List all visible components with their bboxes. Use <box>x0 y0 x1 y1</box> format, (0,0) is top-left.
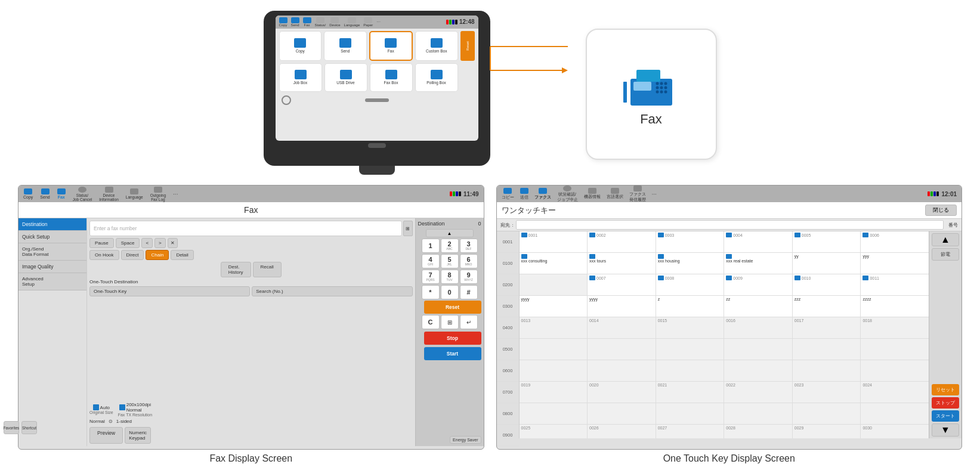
otk-cell-0100[interactable]: xxx consulting <box>520 253 588 274</box>
otk-cell-0002[interactable]: 0002 <box>588 231 656 252</box>
otk-cell-0104[interactable]: yy <box>793 253 861 274</box>
on-hook-btn[interactable]: On Hook <box>89 250 119 260</box>
otk-scroll-up-btn[interactable]: ▲ <box>932 233 959 246</box>
direct-btn[interactable]: Direct <box>121 250 144 260</box>
shortcut-btn[interactable]: Shortcut <box>21 421 37 434</box>
otk-cell-0504[interactable] <box>793 339 861 360</box>
key-8[interactable]: 8 TUV <box>441 270 459 284</box>
otk-cell-0011[interactable]: 0011 <box>861 274 929 295</box>
otk-cell-0401[interactable]: 0014 <box>588 317 656 338</box>
otk-cell-0003[interactable]: 0003 <box>656 231 725 252</box>
otk-stop-btn[interactable]: ストップ <box>932 397 959 409</box>
otk-cell-0405[interactable]: 0018 <box>861 317 929 338</box>
otk-cell-0700[interactable]: 0019 <box>520 382 588 403</box>
fax-reset-btn[interactable]: Reset <box>424 301 481 314</box>
otk-cell-0601[interactable] <box>588 360 656 381</box>
otk-cell-0006[interactable]: 0006 <box>861 231 929 252</box>
otk-cell-0600[interactable] <box>520 360 588 381</box>
otk-cell-0303[interactable]: zz <box>724 296 793 317</box>
key-3[interactable]: 3 DEF <box>460 239 478 253</box>
otk-cell-0005[interactable]: 0005 <box>793 231 861 252</box>
key-4[interactable]: 4 GHI <box>422 254 440 268</box>
otk-cell-0803[interactable] <box>724 403 793 424</box>
fax-input-scroll[interactable]: ⊞ <box>403 221 413 236</box>
otk-cell-0300[interactable]: yyyy <box>520 296 588 317</box>
key-9[interactable]: 9 WXYZ <box>460 270 478 284</box>
key-enter[interactable]: ↵ <box>460 315 478 329</box>
otk-scroll-down-btn[interactable]: ▼ <box>932 423 959 437</box>
otk-cell-0804[interactable] <box>793 403 861 424</box>
otk-nav-copy[interactable]: コピー <box>502 188 514 200</box>
key-star[interactable]: * <box>422 285 440 299</box>
otk-cell-0605[interactable] <box>861 360 929 381</box>
otk-cell-0602[interactable] <box>656 360 725 381</box>
otk-cell-0008[interactable]: 0008 <box>656 274 725 295</box>
otk-cell-0102[interactable]: xxx housing <box>656 253 725 274</box>
fax-stop-btn[interactable]: Stop <box>424 332 481 345</box>
fax-nav-outgoing[interactable]: Outgoing Fax Log <box>150 187 166 202</box>
otk-cell-0101[interactable]: xxx tours <box>588 253 656 274</box>
favorites-btn[interactable]: Favorites <box>18 421 19 434</box>
otk-cell-0905[interactable]: 0030 <box>861 425 929 438</box>
sidebar-destination[interactable]: Destination <box>18 218 86 231</box>
space-btn[interactable]: Space <box>116 238 140 248</box>
otk-cell-0009[interactable]: 0009 <box>724 274 793 295</box>
otk-cell-0302[interactable]: z <box>656 296 725 317</box>
sidebar-org-send[interactable]: Org./SendData Format <box>18 243 86 261</box>
otk-power-btn[interactable]: 節電 <box>932 248 959 261</box>
otk-reset-btn[interactable]: リセット <box>932 384 959 395</box>
otk-nav-send[interactable]: 送信 <box>520 188 528 200</box>
fax-nav-fax[interactable]: Fax <box>57 188 66 199</box>
pause-btn[interactable]: Pause <box>89 238 114 248</box>
key-2[interactable]: 2 ABC <box>441 239 459 253</box>
one-touch-key-btn[interactable]: One-Touch Key <box>89 286 250 296</box>
otk-cell-0400[interactable]: 0013 <box>520 317 588 338</box>
otk-cell-0404[interactable]: 0017 <box>793 317 861 338</box>
detail-btn[interactable]: Detail <box>171 250 193 260</box>
otk-cell-0705[interactable]: 0024 <box>861 382 929 403</box>
fax-nav-send[interactable]: Send <box>40 188 50 199</box>
key-6[interactable]: 6 MNO <box>460 254 478 268</box>
delete-btn[interactable]: ✕ <box>168 238 178 248</box>
otk-cell-0900[interactable]: 0025 <box>520 425 588 438</box>
otk-cell-0604[interactable] <box>793 360 861 381</box>
otk-cell-0105[interactable]: yyy <box>861 253 929 274</box>
otk-cell-0802[interactable] <box>656 403 725 424</box>
otk-cell-0902[interactable]: 0027 <box>656 425 725 438</box>
left-btn[interactable]: < <box>141 238 153 248</box>
right-btn[interactable]: > <box>154 238 166 248</box>
otk-nav-more[interactable]: ··· <box>652 191 657 197</box>
energy-saver-btn[interactable]: Energy Saver <box>450 436 481 444</box>
otk-cell-0801[interactable] <box>588 403 656 424</box>
sidebar-advanced-setup[interactable]: AdvancedSetup <box>18 273 86 290</box>
otk-cell-0500[interactable] <box>520 339 588 360</box>
dest-history-btn[interactable]: Dest.History <box>221 262 251 277</box>
otk-cell-0305[interactable]: zzzz <box>861 296 929 317</box>
otk-nav-fax-log[interactable]: ファクス 発信履歴 <box>629 185 646 203</box>
chain-btn[interactable]: Chain <box>146 250 169 260</box>
otk-cell-0001[interactable]: 0001 <box>520 231 588 252</box>
otk-cell-0403[interactable]: 0016 <box>724 317 793 338</box>
fax-start-btn[interactable]: Start <box>424 347 481 360</box>
fax-nav-device[interactable]: Device Information <box>99 187 119 202</box>
otk-cell-0805[interactable] <box>861 403 929 424</box>
numeric-keypad-btn[interactable]: NumericKeypad <box>125 427 151 444</box>
otk-cell-0004[interactable]: 0004 <box>724 231 793 252</box>
otk-cell-0010[interactable]: 0010 <box>793 274 861 295</box>
otk-start-btn[interactable]: スタート <box>932 410 959 422</box>
key-7[interactable]: 7 PQRS <box>422 270 440 284</box>
preview-btn[interactable]: Preview <box>89 427 123 444</box>
key-hash[interactable]: # <box>460 285 478 299</box>
fax-nav-language[interactable]: Language <box>126 188 143 199</box>
otk-nav-status[interactable]: 状況確認/ ジョブ中止 <box>557 185 578 203</box>
otk-close-btn[interactable]: 閉じる <box>925 205 957 216</box>
device-home-button[interactable] <box>368 143 386 148</box>
sidebar-image-quality[interactable]: Image Quality <box>18 261 86 273</box>
search-no-btn[interactable]: Search (No.) <box>252 286 412 296</box>
otk-cell-0103[interactable]: xxx real estate <box>724 253 793 274</box>
key-grid[interactable]: ⊞ <box>441 315 459 329</box>
fax-number-input[interactable]: Enter a fax number <box>89 221 402 236</box>
otk-nav-device[interactable]: 機器情報 <box>584 188 601 200</box>
fax-nav-copy[interactable]: Copy <box>23 188 33 199</box>
key-5[interactable]: 5 JKL <box>441 254 459 268</box>
